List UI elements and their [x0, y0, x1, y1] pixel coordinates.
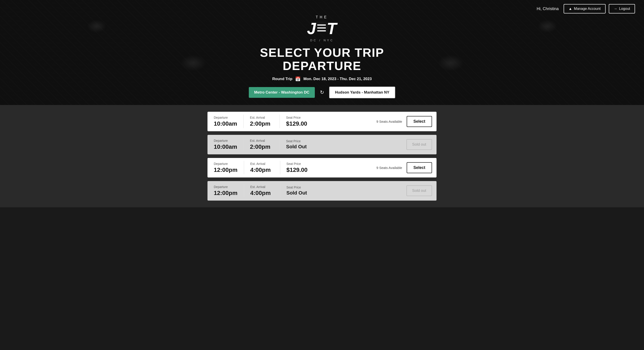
seat-price: $129.00: [286, 120, 310, 127]
price-label: Seat Price: [286, 116, 310, 119]
price-label: Seat Price: [286, 162, 310, 166]
price-label: Seat Price: [286, 139, 310, 143]
hero-section: Hi, Christina ▲ Manage Account → Logout …: [0, 0, 644, 105]
departure-col: Departure 12:00pm: [208, 158, 244, 177]
logo-e-decoration: [317, 23, 326, 32]
logo-jet: J: [307, 19, 316, 38]
select-button[interactable]: Select: [407, 162, 432, 173]
top-nav: Hi, Christina ▲ Manage Account → Logout: [0, 0, 644, 17]
soldout-button: Sold out: [406, 185, 432, 196]
arrival-col: Est. Arrival 4:00pm: [244, 158, 280, 177]
arrival-col: Est. Arrival 4:00pm: [244, 181, 280, 201]
seats-available: 9 Seats Available: [376, 120, 402, 123]
trips-container: Departure 10:00am Est. Arrival 2:00pm Se…: [203, 112, 441, 201]
logo-area: THE J T DC / NYC: [307, 15, 337, 42]
seat-price: $129.00: [286, 166, 310, 173]
page-title: SELECT YOUR TRIP DEPARTURE: [260, 46, 384, 73]
departure-label: Departure: [214, 185, 238, 189]
seat-price: Sold Out: [286, 190, 310, 196]
trip-row: Departure 10:00am Est. Arrival 2:00pm Se…: [208, 135, 436, 154]
departure-col: Departure 12:00pm: [208, 181, 244, 201]
departure-label: Departure: [214, 116, 237, 119]
trip-info-bar: Round Trip 📅 Mon. Dec 18, 2023 - Thu. De…: [272, 76, 372, 82]
price-col: Seat Price Sold Out: [280, 135, 316, 154]
departure-time: 12:00pm: [214, 190, 238, 197]
greeting-text: Hi, Christina: [537, 6, 559, 11]
trip-row: Departure 10:00am Est. Arrival 2:00pm Se…: [208, 112, 436, 131]
trip-row: Departure 12:00pm Est. Arrival 4:00pm Se…: [208, 181, 436, 201]
departure-col: Departure 10:00am: [208, 112, 244, 131]
logout-button[interactable]: → Logout: [609, 4, 635, 13]
route-selector: Metro Center - Washington DC ↻ Hudson Ya…: [249, 87, 395, 98]
departure-label: Departure: [214, 139, 237, 142]
price-col: Seat Price $129.00: [280, 158, 316, 177]
departure-time: 12:00pm: [214, 166, 238, 173]
main-content: Departure 10:00am Est. Arrival 2:00pm Se…: [0, 105, 644, 207]
logout-icon: →: [614, 7, 617, 11]
origin-button[interactable]: Metro Center - Washington DC: [249, 87, 315, 98]
soldout-button: Sold out: [406, 139, 432, 150]
arrival-col: Est. Arrival 2:00pm: [244, 112, 280, 131]
price-label: Seat Price: [286, 186, 310, 189]
arrival-time: 4:00pm: [250, 190, 274, 197]
account-icon: ▲: [568, 7, 572, 11]
arrival-label: Est. Arrival: [250, 185, 274, 189]
logo-the: THE: [316, 15, 328, 19]
trip-row: Departure 12:00pm Est. Arrival 4:00pm Se…: [208, 158, 436, 177]
arrival-label: Est. Arrival: [250, 116, 273, 119]
logo-subtitle: DC / NYC: [310, 38, 334, 42]
swap-icon[interactable]: ↻: [318, 88, 326, 96]
arrival-time: 2:00pm: [250, 120, 273, 127]
manage-account-button[interactable]: ▲ Manage Account: [564, 4, 606, 13]
seat-price: Sold Out: [286, 144, 310, 150]
destination-button[interactable]: Hudson Yards - Manhattan NY: [329, 87, 395, 98]
price-col: Seat Price $129.00: [280, 112, 316, 131]
departure-col: Departure 10:00am: [208, 135, 244, 154]
departure-time: 10:00am: [214, 143, 237, 150]
trip-date-range: Mon. Dec 18, 2023 - Thu. Dec 21, 2023: [303, 77, 372, 81]
departure-label: Departure: [214, 162, 238, 166]
logo-t: T: [327, 19, 337, 38]
seats-available: 9 Seats Available: [376, 166, 402, 170]
trip-type-label: Round Trip: [272, 77, 292, 81]
calendar-icon: 📅: [295, 76, 301, 82]
page-title-line1: SELECT YOUR TRIP: [260, 46, 384, 59]
page-title-line2: DEPARTURE: [283, 59, 361, 72]
arrival-time: 4:00pm: [250, 166, 274, 173]
price-col: Seat Price Sold Out: [280, 182, 316, 200]
arrival-label: Est. Arrival: [250, 139, 273, 142]
select-button[interactable]: Select: [407, 116, 432, 127]
arrival-time: 2:00pm: [250, 143, 273, 150]
arrival-col: Est. Arrival 2:00pm: [244, 135, 280, 154]
departure-time: 10:00am: [214, 120, 237, 127]
logo-jet-container: J T: [307, 19, 337, 38]
arrival-label: Est. Arrival: [250, 162, 274, 166]
